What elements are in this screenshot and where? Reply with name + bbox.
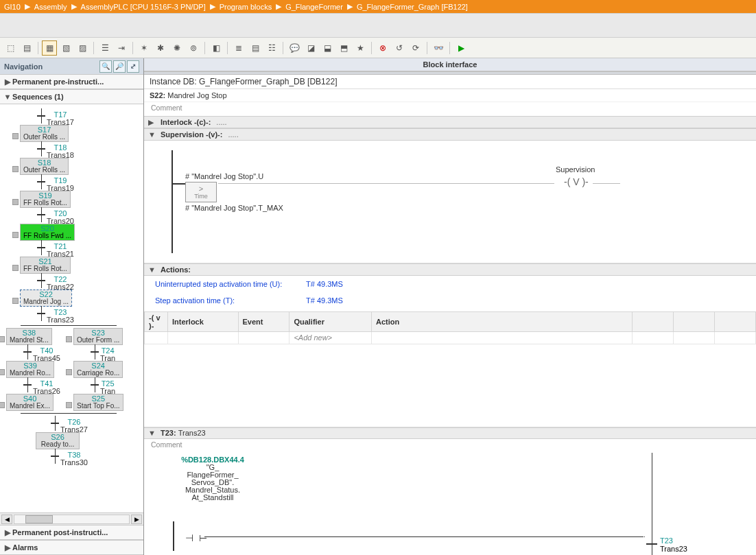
actions-table[interactable]: -( v )- Interlock Event Qualifier Action… [144, 311, 756, 344]
step-node[interactable]: S18Outer Rolls ... [12, 158, 69, 175]
bc-seg[interactable]: G_FlangeFormer [285, 3, 343, 11]
tb-btn-12[interactable]: ◧ [209, 40, 224, 56]
tb-btn-24[interactable]: 👓 [431, 40, 446, 56]
tb-btn-16[interactable]: 💬 [287, 40, 302, 56]
collapse-icon[interactable]: ▼ [148, 265, 155, 274]
comment-line[interactable]: Comment [144, 102, 756, 116]
step-node[interactable]: S24Carriage Ro... [66, 361, 123, 378]
bc-seg[interactable]: GI10 [4, 3, 21, 11]
bc-seg[interactable]: Program blocks [220, 3, 272, 11]
transition-node[interactable]: T40Trans45 [33, 347, 60, 362]
tb-btn-3[interactable]: ▦ [42, 40, 57, 56]
scroll-thumb[interactable] [25, 515, 53, 523]
transition-ladder[interactable]: %DB128.DBX44.4 "G_ FlangeFormer_ Servos_… [144, 453, 756, 555]
scroll-right-icon[interactable]: ▶ [131, 515, 142, 524]
step-node[interactable]: S19FF Rolls Rot... [12, 191, 71, 208]
nav-pre-instructions[interactable]: ▶Permanent pre-instructi... [0, 74, 143, 89]
transition-node[interactable]: T19Trans19 [47, 177, 74, 192]
step-node[interactable]: S23Outer Form ... [66, 328, 123, 345]
tb-btn-5[interactable]: ▨ [75, 40, 90, 56]
nav-hscroll[interactable]: ◀ ▶ [0, 512, 143, 525]
step-node[interactable]: S25Start Top Fo... [66, 394, 123, 411]
cmp-top-operand: # "Mandrel Jog Stop".U [185, 172, 283, 180]
collapse-icon[interactable]: ▼ [148, 429, 155, 437]
step-title: S22: Mandrel Jog Stop [144, 89, 756, 102]
transition-node[interactable]: T23Trans23 [47, 309, 74, 324]
tb-btn-15[interactable]: ☷ [264, 40, 279, 56]
step-node[interactable]: S17Outer Rolls ... [12, 125, 69, 142]
transition-node[interactable]: T22Trans22 [47, 276, 74, 291]
tb-btn-13[interactable]: ≣ [231, 40, 246, 56]
transition-node[interactable]: T25Tran [100, 380, 115, 395]
actions-addnew-row[interactable]: <Add new> [145, 331, 756, 344]
zoom-in-icon[interactable]: 🔍 [99, 60, 112, 73]
transition-node[interactable]: T21Trans21 [47, 243, 74, 258]
step-node[interactable]: S39Mandrel Ro... [0, 361, 54, 378]
chevron-right-icon: ▶ [25, 2, 30, 11]
tb-btn-19[interactable]: ⬒ [336, 40, 351, 56]
nav-post-instructions[interactable]: ▶Permanent post-instructi... [0, 525, 143, 540]
transition-section[interactable]: ▼ T23: Trans23 [144, 427, 756, 440]
block-interface-bar[interactable]: Block interface [144, 58, 756, 71]
sequence-canvas[interactable]: T17Trans17S17Outer Rolls ...T18Trans18S1… [0, 104, 143, 512]
col-extra1 [633, 311, 674, 331]
bc-seg[interactable]: G_FlangeFormer_Graph [FB122] [357, 3, 468, 11]
tb-btn-23[interactable]: ⟳ [408, 40, 423, 56]
supervision-ladder[interactable]: # "Mandrel Jog Stop".U >Time # "Mandrel … [144, 141, 756, 263]
transition-node[interactable]: T20Trans20 [47, 210, 74, 225]
step-node[interactable]: S40Mandrel Ex... [0, 394, 54, 411]
tb-btn-8[interactable]: ✶ [137, 40, 152, 56]
transition-node[interactable]: T18Trans18 [47, 144, 74, 159]
trans-comment[interactable]: Comment [144, 439, 756, 453]
chevron-right-icon: ▶ [210, 2, 215, 11]
col-action[interactable]: Action [372, 311, 633, 331]
tb-btn-17[interactable]: ◪ [303, 40, 318, 56]
tb-btn-9[interactable]: ✱ [153, 40, 168, 56]
step-node[interactable]: S21FF Rolls Rot... [12, 257, 71, 274]
nav-sequences[interactable]: ▼Sequences (1) [0, 89, 143, 104]
step-node[interactable]: S38Mandrel St... [0, 328, 52, 345]
transition-node[interactable]: T38Trans30 [60, 451, 88, 467]
tb-btn-6[interactable]: ☰ [97, 40, 113, 56]
no-contact[interactable]: ⊣ ⊢ [185, 532, 207, 543]
fit-icon[interactable]: ⤢ [127, 60, 139, 73]
transition-node[interactable]: T24Tran [100, 347, 115, 362]
col-event[interactable]: Event [238, 311, 290, 331]
nav-header: Navigation 🔍 🔎 ⤢ [0, 58, 143, 74]
tb-btn-22[interactable]: ↺ [392, 40, 407, 56]
bc-seg[interactable]: AssemblyPLC [CPU 1516F-3 PN/DP] [81, 3, 206, 11]
col-interlock[interactable]: Interlock [168, 311, 239, 331]
zoom-out-icon[interactable]: 🔎 [113, 60, 126, 73]
supervision-section[interactable]: ▼ Supervision -(v)-:..... [144, 128, 756, 141]
col-qualifier[interactable]: Qualifier [290, 311, 372, 331]
actions-section[interactable]: ▼ Actions: [144, 263, 756, 276]
step-node[interactable]: S22Mandrel Jog ... [12, 290, 72, 307]
chevron-right-icon: ▶ [276, 2, 281, 11]
transition-node[interactable]: T17Trans17 [47, 111, 74, 126]
transition-node[interactable]: T26Trans27 [60, 418, 88, 434]
scroll-left-icon[interactable]: ◀ [1, 515, 12, 524]
transition-tag[interactable]: %DB128.DBX44.4 "G_ FlangeFormer_ Servos_… [172, 456, 254, 501]
col-extra3 [715, 311, 756, 331]
tb-btn-25[interactable]: ▶ [453, 40, 469, 56]
collapse-icon[interactable]: ▼ [148, 130, 155, 139]
tb-btn-20[interactable]: ★ [353, 40, 368, 56]
compare-block[interactable]: # "Mandrel Jog Stop".U >Time # "Mandrel … [185, 172, 283, 212]
tb-btn-10[interactable]: ✺ [169, 40, 185, 56]
supervision-coil[interactable]: -( V )- [564, 176, 589, 187]
bc-seg[interactable]: Assembly [34, 3, 67, 11]
expand-icon[interactable]: ▶ [148, 118, 155, 127]
step-node[interactable]: S26Ready to... [36, 432, 80, 449]
tb-btn-18[interactable]: ⬓ [320, 40, 335, 56]
tb-btn-4[interactable]: ▧ [58, 40, 73, 56]
tb-btn-11[interactable]: ⊚ [186, 40, 201, 56]
tb-btn-7[interactable]: ⇥ [114, 40, 129, 56]
tb-btn-21[interactable]: ⊗ [375, 40, 390, 56]
tb-btn-14[interactable]: ▤ [248, 40, 263, 56]
nav-alarms[interactable]: ▶Alarms [0, 540, 143, 555]
tb-btn-1[interactable]: ⬚ [3, 40, 18, 56]
interlock-section[interactable]: ▶ Interlock -(c)-:..... [144, 116, 756, 128]
step-node[interactable]: S20FF Rolls Fwd ... [12, 224, 75, 241]
transition-node[interactable]: T41Trans26 [33, 380, 60, 395]
tb-btn-2[interactable]: ▤ [19, 40, 34, 56]
